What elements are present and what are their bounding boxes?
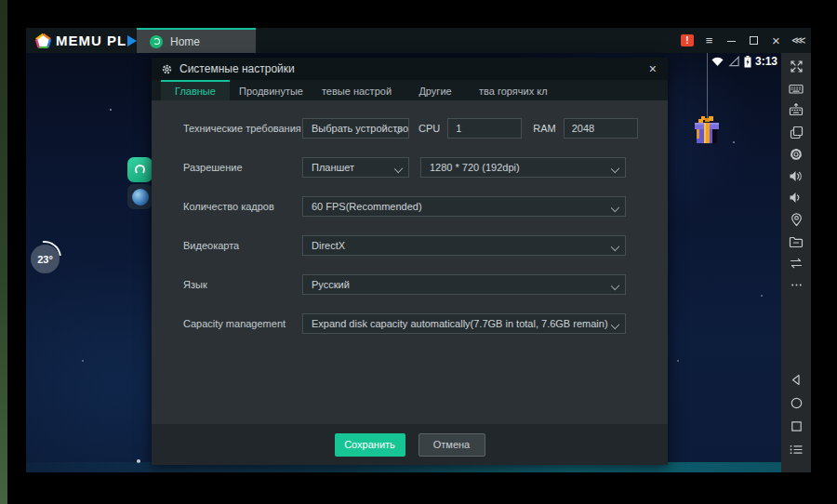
key-mapping-icon[interactable] — [789, 102, 804, 118]
row-graphics: Видеокарта DirectX — [183, 234, 668, 257]
volume-down-icon[interactable] — [789, 190, 804, 206]
chevron-down-icon — [611, 321, 619, 329]
dialog-header: Системные настройки × — [152, 58, 668, 80]
collapse-sidebar-icon[interactable]: ⋘ — [791, 35, 805, 46]
home-circle-icon[interactable] — [789, 395, 804, 411]
ram-input[interactable] — [564, 118, 638, 139]
fps-select[interactable]: 60 FPS(Recommended) — [302, 196, 626, 217]
minimize-icon[interactable] — [724, 34, 738, 46]
home-tab-icon — [150, 35, 163, 48]
rotate-icon[interactable] — [789, 256, 804, 272]
titlebar: MEMU PL Y Home ! ≡ × ⋘ — [26, 28, 811, 53]
tab-other[interactable]: Другие — [401, 80, 470, 100]
cpu-label: CPU — [418, 123, 440, 134]
row-language: Язык Русский — [183, 273, 668, 296]
volume-up-icon[interactable] — [789, 168, 804, 184]
gift-string — [707, 53, 708, 118]
language-select[interactable]: Русский — [302, 274, 626, 295]
chevron-down-icon — [611, 165, 619, 173]
dialog-tabs: Главные Продвинутые тевые настрой Другие… — [152, 80, 668, 100]
tab-hotkeys[interactable]: тва горячих кл — [470, 80, 557, 100]
gift-box-icon[interactable] — [692, 114, 722, 148]
dialog-footer: Сохранить Отмена — [152, 424, 668, 465]
save-button[interactable]: Сохранить — [335, 433, 405, 457]
fullscreen-icon[interactable] — [789, 59, 804, 74]
tab-main[interactable]: Главные — [161, 80, 230, 100]
memu-logo: MEMU PL Y — [35, 33, 148, 48]
system-settings-dialog: Системные настройки × Главные Продвинуты… — [152, 58, 668, 465]
chevron-down-icon — [611, 243, 619, 251]
tab-home[interactable]: Home — [137, 28, 256, 53]
signal-icon — [728, 56, 740, 67]
app-icon-browser[interactable] — [127, 184, 153, 209]
tab-game-settings[interactable]: тевые настрой — [312, 80, 401, 100]
device-preset-select[interactable]: Планшет — [302, 157, 409, 178]
more-icon[interactable] — [789, 277, 804, 293]
row-resolution: Разрешение Планшет 1280 * 720 (192dpi) — [183, 156, 668, 179]
android-status-bar: 3:13 — [711, 55, 777, 68]
keyboard-icon[interactable] — [789, 81, 804, 97]
multi-window-icon[interactable] — [789, 125, 804, 140]
task-menu-icon[interactable] — [789, 442, 804, 458]
logo-text: MEMU PL Y — [56, 33, 148, 48]
row-capacity: Capacity management Expand disk capacity… — [183, 312, 668, 335]
weather-arc — [26, 234, 68, 282]
close-icon[interactable]: × — [769, 33, 783, 47]
capacity-label: Capacity management — [183, 318, 302, 329]
memu-pentagon-icon — [35, 33, 51, 48]
toolbar-sidebar — [781, 53, 811, 472]
clock: 3:13 — [755, 55, 777, 68]
graphics-label: Видеокарта — [183, 240, 302, 251]
row-performance: Технические требования Выбрать устройств… — [183, 117, 668, 139]
language-label: Язык — [183, 279, 302, 290]
device-select[interactable]: Выбрать устройство — [302, 118, 409, 139]
memu-player-window: MEMU PL Y Home ! ≡ × ⋘ — [0, 0, 837, 504]
back-icon[interactable] — [789, 372, 804, 388]
starfield — [26, 53, 28, 55]
battery-icon — [744, 56, 751, 68]
weather-widget[interactable]: 23° — [31, 245, 60, 273]
row-fps: Количество кадров 60 FPS(Recommended) — [183, 195, 668, 218]
dialog-close-icon[interactable]: × — [647, 62, 658, 75]
dialog-gear-icon — [161, 63, 173, 75]
desktop-app-icons — [127, 157, 153, 209]
location-icon[interactable] — [789, 212, 804, 228]
performance-label: Технические требования — [183, 123, 302, 134]
dialog-title: Системные настройки — [179, 62, 295, 75]
wifi-icon — [711, 56, 724, 67]
window-controls: ! ≡ × ⋘ — [681, 28, 805, 53]
maximize-icon[interactable] — [747, 34, 761, 46]
dialog-body: Технические требования Выбрать устройств… — [152, 100, 668, 424]
shared-folder-icon[interactable] — [789, 233, 804, 249]
android-nav-buttons — [789, 372, 804, 465]
resolution-label: Разрешение — [183, 162, 302, 173]
menu-icon[interactable]: ≡ — [702, 34, 716, 46]
app-icon-google-play[interactable] — [127, 157, 153, 182]
resolution-select[interactable]: 1280 * 720 (192dpi) — [420, 157, 626, 178]
settings-gear-icon[interactable] — [789, 146, 804, 162]
notification-badge[interactable]: ! — [681, 34, 694, 46]
cpu-input[interactable] — [447, 118, 522, 139]
fps-label: Количество кадров — [183, 201, 302, 212]
tab-advanced[interactable]: Продвинутые — [230, 80, 312, 100]
play-triangle-icon — [127, 35, 137, 46]
recents-icon[interactable] — [789, 418, 804, 434]
capacity-select[interactable]: Expand disk capacity automatically(7.7GB… — [302, 313, 626, 334]
desktop-edge-strip — [0, 0, 7, 504]
cancel-button[interactable]: Отмена — [418, 433, 485, 457]
chevron-down-icon — [611, 282, 619, 290]
ram-label: RAM — [533, 123, 555, 134]
chevron-down-icon — [394, 165, 403, 173]
chevron-down-icon — [611, 204, 619, 212]
graphics-select[interactable]: DirectX — [302, 235, 626, 256]
